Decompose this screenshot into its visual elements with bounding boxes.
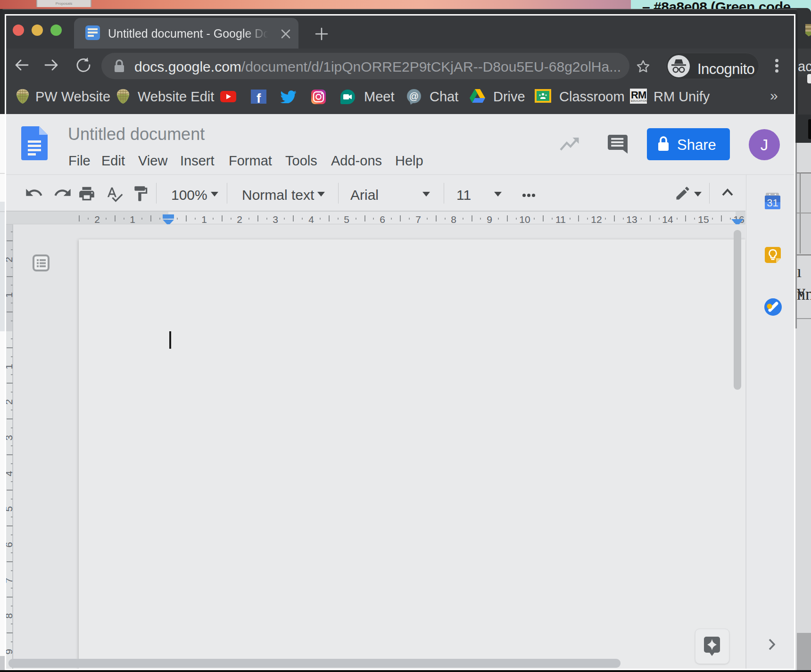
svg-text:@: @ [409,91,419,101]
